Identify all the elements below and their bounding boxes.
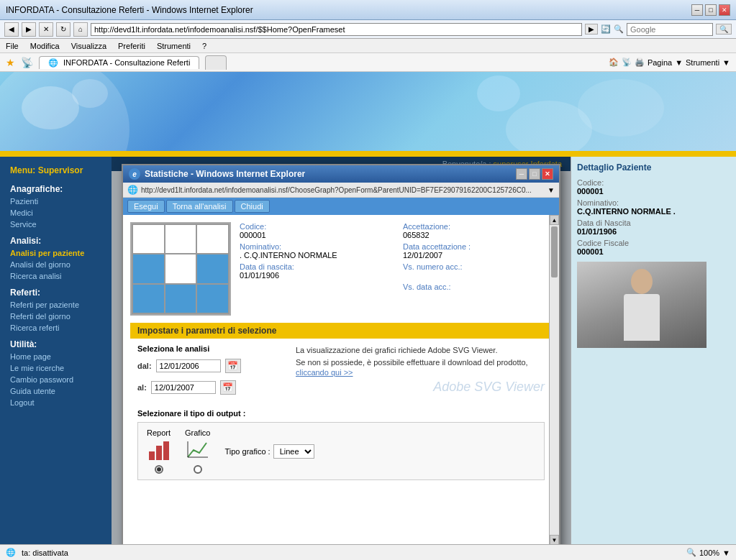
scrollbar-track [550, 279, 559, 535]
sidebar-item-analisi-giorno[interactable]: Analisi del giorno [0, 259, 112, 270]
sidebar-item-ricerca-analisi[interactable]: Ricerca analisi [0, 270, 112, 282]
home-icon[interactable]: 🏠 [609, 58, 619, 67]
search-input[interactable] [627, 23, 713, 36]
refresh-button[interactable]: ↻ [56, 22, 71, 37]
torna-button[interactable]: Torna all'analisi [166, 200, 233, 213]
sidebar-item-password[interactable]: Cambio password [0, 374, 112, 385]
modal-minimize-button[interactable]: ─ [516, 168, 527, 180]
detail-row-3: Data di nascita: 01/01/1906 Vs. numero a… [240, 262, 552, 280]
info-link[interactable]: cliccando qui >> [296, 368, 353, 377]
menu-strumenti[interactable]: Strumenti [157, 42, 191, 50]
accettazione-label: Accettazione: [403, 222, 552, 231]
chart-cell-6 [197, 254, 228, 283]
dal-label: dal: [137, 362, 152, 370]
menu-visualizza[interactable]: Visualizza [71, 42, 106, 50]
svg-rect-0 [149, 451, 155, 460]
restore-button[interactable]: □ [705, 4, 717, 16]
output-label: Selezionare il tipo di output : [137, 409, 545, 418]
sidebar-item-ricerche[interactable]: Le mie ricerche [0, 362, 112, 374]
report-radio[interactable] [155, 465, 163, 474]
go-button[interactable]: ▶ [585, 24, 598, 35]
pagina-button[interactable]: Pagina [648, 58, 672, 67]
menu-bar: File Modifica Visualizza Preferiti Strum… [0, 39, 736, 53]
detail-col-vs-numero: Vs. numero acc.: [403, 262, 552, 280]
output-option-report: Report [147, 428, 171, 474]
rss-icon[interactable]: 📡 [622, 58, 632, 67]
scrollbar-thumb[interactable] [551, 226, 558, 277]
modal-controls: ─ □ ✕ [516, 168, 553, 180]
sidebar-item-analisi-paziente[interactable]: Analisi per paziente [0, 247, 112, 259]
bottom-zoom-value: 100% [699, 548, 719, 557]
detail-col-vs-data: Vs. data acc.: [403, 283, 552, 291]
search-go-button[interactable]: 🔍 [716, 24, 732, 35]
content-row: Menu: Supervisor Anagrafiche: Pazienti M… [0, 157, 736, 546]
menu-help[interactable]: ? [202, 42, 206, 50]
new-tab-button[interactable] [205, 55, 227, 70]
scrollbar-up-button[interactable]: ▲ [550, 215, 559, 225]
modal-close-button[interactable]: ✕ [542, 168, 553, 180]
yellow-stripe [0, 151, 736, 157]
pagina-dropdown-icon[interactable]: ▼ [675, 58, 683, 67]
chiudi-button[interactable]: Chiudi [235, 200, 270, 213]
fiscale-value-right: 000001 [577, 247, 730, 256]
sidebar-item-service[interactable]: Service [0, 219, 112, 230]
bottom-zoom-icon: 🔍 [686, 548, 696, 557]
back-button[interactable]: ◀ [4, 22, 19, 37]
modal-address-dropdown[interactable]: ▼ [548, 186, 555, 194]
sidebar-item-homepage[interactable]: Home page [0, 351, 112, 362]
minimize-button[interactable]: ─ [691, 4, 703, 16]
scrollbar-down-button[interactable]: ▼ [550, 535, 559, 545]
seleziona-label: Seleziona le analisi [137, 344, 281, 353]
sidebar-item-guida[interactable]: Guida utente [0, 385, 112, 397]
strumenti-dropdown-icon[interactable]: ▼ [722, 58, 730, 67]
tipo-grafico-select[interactable]: Linee Barre Torta [273, 444, 314, 459]
accettazione-value: 065832 [403, 231, 552, 239]
form-row-al: al: 📅 [137, 380, 281, 395]
detail-col-data-acc: Data accettazione : 12/01/2007 [403, 242, 552, 260]
chart-cell-9 [197, 285, 228, 313]
codice-value: 000001 [240, 231, 389, 239]
dal-input[interactable] [156, 359, 221, 372]
browser-tab[interactable]: 🌐 INFORDATA - Consultazione Referti [39, 56, 199, 69]
menu-modifica[interactable]: Modifica [30, 42, 60, 50]
form-row-dal: dal: 📅 [137, 359, 281, 373]
detail-col-accettazione: Accettazione: 065832 [403, 222, 552, 239]
modal-restore-button[interactable]: □ [529, 168, 540, 180]
infordata-bg: Menu: Supervisor Anagrafiche: Pazienti M… [0, 72, 736, 546]
esegui-button[interactable]: Esegui [127, 200, 165, 213]
favorites-star-icon[interactable]: ★ [6, 57, 15, 68]
al-calendar-button[interactable]: 📅 [220, 380, 236, 395]
sidebar-item-medici[interactable]: Medici [0, 207, 112, 219]
sidebar-item-referti-paziente[interactable]: Referti per paziente [0, 299, 112, 311]
address-bar: ◀ ▶ ✕ ↻ ⌂ ▶ 🔄 🔍 🔍 [0, 20, 736, 39]
dal-calendar-button[interactable]: 📅 [225, 359, 241, 373]
feeds-icon[interactable]: 📡 [21, 57, 33, 68]
sidebar-item-referti-giorno[interactable]: Referti del giorno [0, 311, 112, 322]
address-input[interactable] [91, 23, 582, 36]
sidebar-item-pazienti[interactable]: Pazienti [0, 196, 112, 207]
nominativo-label: Nominativo: [240, 242, 389, 251]
menu-file[interactable]: File [6, 42, 19, 50]
stop-button[interactable]: ✕ [39, 22, 53, 37]
home-button[interactable]: ⌂ [73, 22, 88, 37]
chart-cell-8 [165, 285, 196, 313]
al-input[interactable] [151, 381, 216, 394]
modal-scrollbar: ▲ ▼ [549, 215, 559, 545]
browser-titlebar: INFORDATA - Consultazione Referti - Wind… [0, 0, 736, 20]
detail-row-1: Codice: 000001 Accettazione: 065832 [240, 222, 552, 239]
strumenti-button[interactable]: Strumenti [686, 58, 719, 67]
search-icon: 🔍 [614, 24, 624, 34]
patient-details: Codice: 000001 Accettazione: 065832 [240, 222, 552, 316]
close-button[interactable]: ✕ [719, 4, 730, 16]
sidebar-item-logout[interactable]: Logout [0, 397, 112, 408]
bottom-zoom-dropdown[interactable]: ▼ [722, 548, 730, 557]
grafico-radio[interactable] [194, 465, 202, 474]
tipo-grafico-label: Tipo grafico : [225, 447, 271, 456]
right-panel: Dettaglio Paziente Codice: 000001 Nomina… [571, 157, 736, 546]
modal-content: Codice: 000001 Accettazione: 065832 [123, 215, 559, 545]
menu-preferiti[interactable]: Preferiti [118, 42, 145, 50]
print-icon[interactable]: 🖨️ [635, 58, 645, 67]
modal-titlebar: e Statistiche - Windows Internet Explore… [123, 165, 559, 183]
sidebar-item-ricerca-referti[interactable]: Ricerca referti [0, 322, 112, 334]
forward-button[interactable]: ▶ [22, 22, 36, 37]
